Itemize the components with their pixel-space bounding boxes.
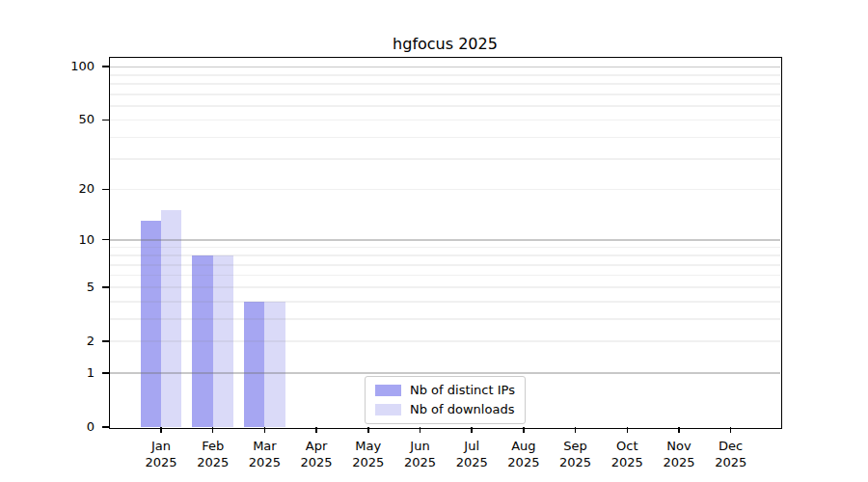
plot-area: Nb of distinct IPs Nb of downloads 01251… — [110, 58, 780, 427]
legend: Nb of distinct IPs Nb of downloads — [365, 376, 526, 424]
legend-swatch-distinct-ips — [375, 385, 401, 396]
y-axis-tick-label: 5 — [37, 280, 95, 295]
legend-label-downloads: Nb of downloads — [410, 402, 514, 416]
legend-item-downloads: Nb of downloads — [375, 402, 515, 416]
y-axis-tick — [102, 120, 109, 121]
x-axis-tick — [678, 427, 680, 433]
y-axis-tick — [102, 239, 109, 241]
bar-distinct-ips-feb — [192, 255, 212, 427]
x-axis-tick — [575, 427, 577, 433]
minor-gridline — [110, 189, 780, 191]
minor-gridline — [110, 74, 780, 76]
y-axis-tick-label: 20 — [37, 181, 95, 197]
x-axis-tick-label-dec: Dec 2025 — [692, 438, 770, 470]
legend-swatch-downloads — [375, 404, 401, 415]
minor-gridline — [110, 105, 780, 107]
bar-distinct-ips-jan — [141, 221, 161, 427]
x-axis-tick — [471, 427, 473, 433]
y-axis-tick — [102, 286, 109, 288]
x-axis-tick — [264, 427, 266, 433]
y-axis-tick-label: 10 — [37, 232, 95, 248]
y-axis-tick — [102, 340, 109, 342]
y-axis-tick — [102, 372, 109, 374]
y-axis-tick-label: 1 — [37, 365, 95, 381]
y-axis-tick-label: 50 — [37, 112, 95, 127]
minor-gridline — [110, 137, 780, 139]
bar-downloads-feb — [213, 255, 233, 427]
y-axis-tick-label: 100 — [37, 59, 95, 74]
bar-downloads-mar — [264, 302, 285, 427]
y-axis-tick — [102, 426, 109, 428]
x-axis-tick — [212, 427, 214, 433]
bar-downloads-jan — [161, 210, 181, 427]
x-axis-tick — [523, 427, 525, 433]
minor-gridline — [110, 158, 780, 160]
minor-gridline — [110, 83, 780, 85]
x-axis-tick — [160, 427, 162, 433]
chart-title: hgfocus 2025 — [110, 35, 780, 53]
x-axis-tick — [367, 427, 369, 433]
y-axis-tick — [102, 66, 109, 67]
minor-gridline — [110, 94, 780, 95]
x-axis-tick — [627, 427, 629, 433]
y-axis-tick-label: 2 — [37, 334, 95, 349]
y-axis-tick — [102, 189, 109, 191]
bar-distinct-ips-mar — [244, 302, 264, 427]
x-axis-tick — [420, 427, 421, 433]
major-gridline — [110, 67, 780, 68]
legend-item-distinct-ips: Nb of distinct IPs — [375, 383, 515, 397]
x-axis-tick — [730, 427, 732, 433]
major-gridline — [110, 239, 780, 241]
minor-gridline — [110, 247, 780, 249]
legend-label-distinct-ips: Nb of distinct IPs — [410, 383, 515, 397]
x-axis-tick — [315, 427, 317, 433]
minor-gridline — [110, 120, 780, 121]
y-axis-tick-label: 0 — [37, 419, 95, 435]
figure: hgfocus 2025 Nb of distinct IPs Nb of do… — [0, 0, 868, 482]
